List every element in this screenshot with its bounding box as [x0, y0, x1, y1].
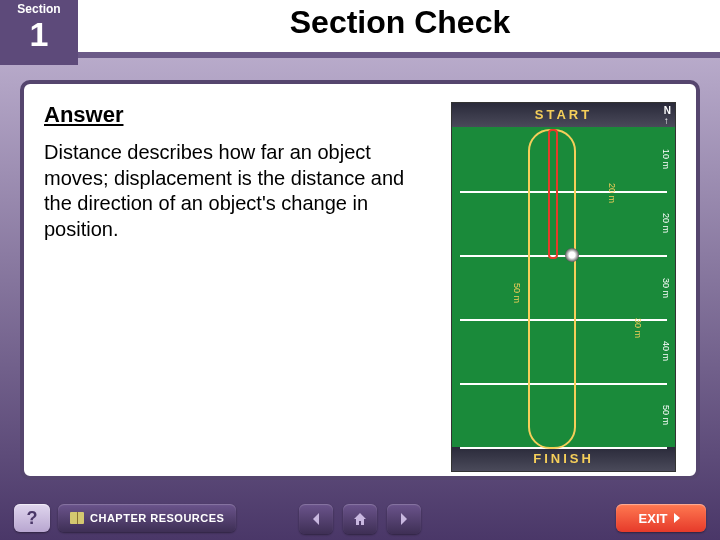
exit-button[interactable]: EXIT — [616, 504, 706, 532]
help-button[interactable]: ? — [14, 504, 50, 532]
field-diagram: START FINISH N↑ 10 m 20 m 30 m 40 m 50 m… — [451, 102, 676, 472]
answer-body: Distance describes how far an object mov… — [44, 140, 437, 242]
section-label: Section — [0, 2, 78, 16]
exit-label: EXIT — [639, 511, 668, 526]
path-label: 20 m — [607, 183, 617, 203]
help-icon: ? — [27, 508, 38, 529]
chevron-right-icon — [396, 511, 412, 527]
path-inner — [548, 129, 558, 259]
section-badge: Section 1 — [0, 0, 78, 65]
chevron-left-icon — [308, 511, 324, 527]
path-label: 30 m — [633, 318, 643, 338]
home-button[interactable] — [343, 504, 377, 534]
start-band: START — [452, 103, 675, 127]
distance-label: 20 m — [661, 213, 671, 233]
nav-controls — [299, 504, 421, 534]
distance-label: 50 m — [661, 405, 671, 425]
chapter-resources-button[interactable]: CHAPTER RESOURCES — [58, 504, 236, 532]
yardline — [460, 447, 667, 449]
finish-band: FINISH — [452, 447, 675, 471]
distance-label: 40 m — [661, 341, 671, 361]
chapter-resources-label: CHAPTER RESOURCES — [90, 512, 224, 524]
content-frame: Answer Distance describes how far an obj… — [20, 80, 700, 480]
chevron-right-icon — [671, 512, 683, 524]
page-title: Section Check — [80, 4, 720, 41]
compass-icon: N↑ — [664, 106, 671, 126]
path-label: 50 m — [512, 283, 522, 303]
footer-bar: ? CHAPTER RESOURCES EXIT — [0, 496, 720, 540]
header-bar: Section Check — [0, 0, 720, 58]
next-button[interactable] — [387, 504, 421, 534]
distance-label: 30 m — [661, 278, 671, 298]
distance-label: 10 m — [661, 149, 671, 169]
section-number: 1 — [0, 16, 78, 53]
book-icon — [70, 512, 84, 524]
text-column: Answer Distance describes how far an obj… — [44, 102, 437, 458]
runner-icon — [565, 248, 579, 262]
prev-button[interactable] — [299, 504, 333, 534]
home-icon — [352, 511, 368, 527]
answer-heading: Answer — [44, 102, 437, 128]
